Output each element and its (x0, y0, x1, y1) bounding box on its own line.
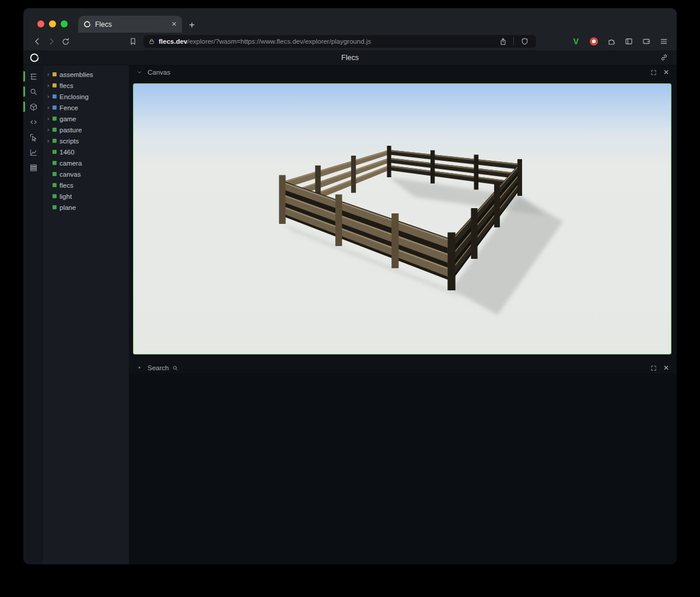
address-bar[interactable]: flecs.dev/explorer/?wasm=https://www.fle… (144, 35, 536, 48)
expand-icon[interactable] (649, 363, 658, 373)
browser-tab[interactable]: Flecs ✕ (78, 16, 182, 33)
tree-item-1460[interactable]: 1460 (43, 146, 129, 157)
expand-chevron-icon[interactable]: › (47, 94, 52, 100)
close-window-button[interactable] (37, 20, 44, 27)
reload-icon (61, 37, 71, 47)
expand-chevron-icon[interactable]: › (47, 138, 52, 144)
flecs-favicon-icon (83, 20, 91, 28)
wallet-icon[interactable] (640, 34, 652, 48)
tool-code-editor[interactable] (23, 114, 43, 129)
entity-color-swatch (52, 117, 57, 121)
puzzle-extension-icon[interactable] (605, 34, 617, 48)
new-tab-button[interactable]: + (189, 20, 195, 30)
close-icon[interactable]: ✕ (662, 363, 671, 373)
entity-label: Enclosing (57, 93, 89, 100)
search-panel-title: Search (148, 364, 169, 371)
zoom-window-button[interactable] (61, 20, 68, 27)
page-title: Flecs (23, 54, 677, 62)
expand-chevron-icon[interactable]: › (47, 72, 52, 78)
entity-label: pasture (57, 127, 82, 134)
tree-item-scripts[interactable]: ›scripts (43, 135, 129, 146)
canvas-panel-title: Canvas (148, 69, 170, 76)
tool-tables[interactable] (23, 160, 43, 175)
entity-tree-list: ›assemblies›flecs›Enclosing›Fence›game›p… (43, 69, 129, 213)
tool-inspector[interactable] (23, 129, 43, 145)
tool-query-search[interactable] (23, 84, 43, 99)
search-panel-header[interactable]: • Search ✕ (129, 362, 677, 374)
collapse-chevron-icon[interactable] (135, 68, 144, 77)
canvas-viewport[interactable] (133, 83, 671, 354)
search-icon (29, 87, 38, 96)
close-icon[interactable]: ✕ (662, 68, 671, 77)
window-controls (37, 20, 68, 27)
url-path: /explorer/?wasm=https://www.flecs.dev/ex… (187, 38, 371, 45)
shield-button[interactable] (517, 34, 531, 48)
tree-item-assemblies[interactable]: ›assemblies (43, 69, 129, 80)
tool-sidebar (23, 65, 43, 564)
entity-color-swatch (52, 205, 57, 209)
url-domain: flecs.dev (159, 38, 187, 45)
expand-icon[interactable] (649, 68, 658, 77)
entity-color-swatch (52, 83, 57, 87)
search-panel-body (129, 374, 677, 564)
v-extension-icon[interactable]: V (570, 34, 582, 48)
tree-item-light[interactable]: light (43, 191, 129, 202)
expand-chevron-icon[interactable]: › (47, 127, 52, 133)
entity-color-swatch (52, 183, 57, 187)
browser-window: Flecs ✕ + flecs.dev/explorer/?wasm=https… (23, 8, 677, 564)
url-text: flecs.dev/explorer/?wasm=https://www.fle… (159, 38, 492, 45)
entity-color-swatch (52, 172, 57, 176)
menu-button[interactable] (657, 34, 670, 48)
entity-color-swatch (52, 150, 57, 154)
shield-icon (520, 37, 529, 46)
expand-chevron-icon[interactable]: › (47, 116, 52, 122)
tree-item-Fence[interactable]: ›Fence (43, 102, 129, 113)
tab-title: Flecs (95, 20, 167, 29)
canvas-3d-scene (134, 84, 671, 354)
reload-button[interactable] (58, 34, 72, 48)
sidebar-icon (624, 37, 634, 46)
share-link-button[interactable] (657, 51, 671, 65)
tree-item-game[interactable]: ›game (43, 113, 129, 124)
entity-label: Fence (57, 104, 78, 111)
red-circle-extension-icon[interactable] (587, 34, 600, 48)
tool-entity-tree[interactable] (23, 69, 43, 84)
tool-canvas-3d[interactable] (23, 99, 43, 114)
entity-color-swatch (52, 72, 57, 76)
inspect-cursor-icon (29, 133, 38, 142)
divider (513, 37, 514, 45)
red-circle-glyph (590, 37, 598, 45)
tree-item-flecs[interactable]: ›flecs (43, 80, 129, 91)
bookmark-icon (128, 37, 138, 46)
hamburger-menu-icon (659, 37, 668, 46)
browser-toolbar: flecs.dev/explorer/?wasm=https://www.fle… (23, 33, 677, 50)
wallet-glyph-icon (642, 37, 651, 46)
forward-button[interactable] (44, 34, 58, 48)
expand-chevron-icon[interactable]: › (47, 105, 52, 111)
collapse-dot-icon[interactable]: • (135, 363, 144, 373)
entity-label: game (57, 115, 76, 122)
entity-label: flecs (57, 182, 74, 189)
expand-chevron-icon[interactable]: › (47, 83, 52, 89)
tree-item-flecs[interactable]: flecs (43, 180, 129, 191)
bookmark-button[interactable] (126, 34, 140, 48)
tool-statistics[interactable] (23, 145, 43, 160)
entity-label: camera (57, 160, 82, 167)
tree-item-camera[interactable]: camera (43, 157, 129, 168)
flecs-logo-icon[interactable] (29, 52, 40, 63)
entity-tree-panel: ›assemblies›flecs›Enclosing›Fence›game›p… (43, 65, 129, 564)
sidebar-toggle-icon[interactable] (622, 34, 635, 48)
tree-item-plane[interactable]: plane (43, 202, 129, 213)
entity-label: assemblies (57, 71, 93, 78)
minimize-window-button[interactable] (49, 20, 56, 27)
share-button[interactable] (496, 34, 510, 48)
back-icon (32, 36, 43, 47)
canvas-panel-header[interactable]: Canvas ✕ (129, 66, 677, 78)
v-glyph: V (573, 37, 579, 46)
extensions-area: V (536, 34, 670, 48)
tree-item-Enclosing[interactable]: ›Enclosing (43, 91, 129, 102)
back-button[interactable] (30, 34, 44, 48)
tree-item-pasture[interactable]: ›pasture (43, 124, 129, 135)
tree-item-canvas[interactable]: canvas (43, 168, 129, 180)
tab-close-icon[interactable]: ✕ (172, 20, 177, 28)
